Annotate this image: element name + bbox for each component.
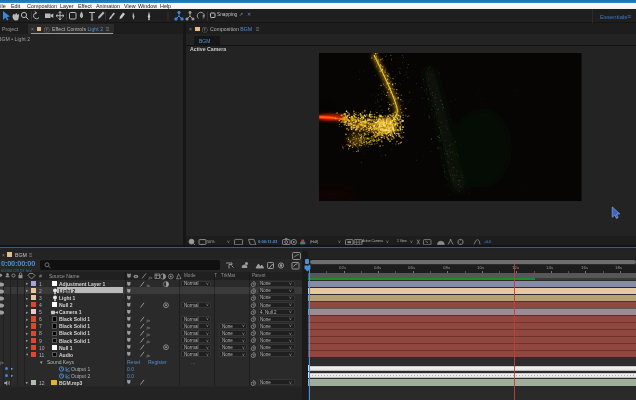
svg-text:fx: fx [147, 332, 151, 337]
svg-text:fx: fx [147, 353, 151, 358]
svg-text:fx: fx [0, 360, 4, 365]
svg-text:fx: fx [147, 318, 151, 323]
svg-text:fx: fx [147, 282, 151, 287]
svg-text:fx: fx [147, 339, 151, 344]
svg-text:#: # [39, 273, 42, 279]
svg-text:fx: fx [147, 325, 151, 330]
svg-text:fx: fx [149, 275, 153, 280]
